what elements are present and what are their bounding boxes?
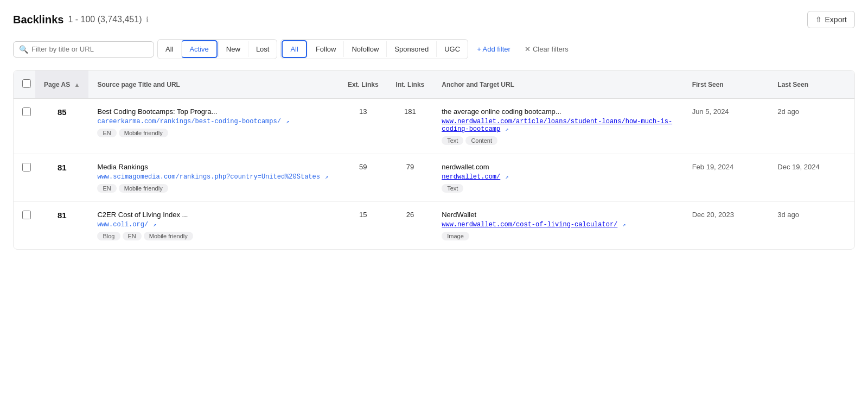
source-tag: Mobile friendly — [119, 129, 168, 137]
row-checkbox-0[interactable] — [22, 107, 31, 116]
backlinks-count: 1 - 100 (3,743,451) — [68, 15, 142, 24]
status-filter-active[interactable]: Active — [181, 40, 217, 58]
row-checkbox-cell[interactable] — [14, 202, 35, 250]
source-url[interactable]: www.scimagomedia.com/rankings.php?countr… — [97, 173, 330, 181]
search-icon: 🔍 — [19, 45, 28, 54]
row-checkbox-cell[interactable] — [14, 99, 35, 154]
table-header-row: Page AS ▲ Source page Title and URL Ext.… — [14, 71, 854, 99]
external-link-icon: ↗ — [623, 222, 626, 228]
int-links-value: 26 — [387, 202, 433, 250]
anchor-tags: TextContent — [442, 136, 674, 145]
export-button[interactable]: ⇧ Export — [807, 11, 855, 28]
export-label: Export — [825, 15, 847, 24]
source-tags: ENMobile friendly — [97, 129, 330, 137]
anchor-text: the average online coding bootcamp... — [442, 107, 674, 116]
source-tag: Mobile friendly — [119, 184, 168, 193]
source-tag: EN — [123, 232, 142, 240]
info-icon: ℹ — [146, 15, 149, 24]
select-all-checkbox[interactable] — [22, 79, 31, 88]
status-filter-new[interactable]: New — [218, 41, 248, 57]
source-title: C2ER Cost of Living Index ... — [97, 211, 330, 219]
ext-links-value: 59 — [339, 154, 387, 202]
status-filter-group: All Active New Lost — [157, 39, 277, 59]
type-filter-sponsored[interactable]: Sponsored — [386, 41, 436, 57]
anchor-tag: Content — [465, 136, 497, 145]
anchor-text: NerdWallet — [442, 211, 674, 219]
source-url-link[interactable]: www.coli.org/ — [97, 221, 148, 228]
anchor-url-link[interactable]: www.nerdwallet.com/cost-of-living-calcul… — [442, 221, 617, 228]
ext-links-value: 15 — [339, 202, 387, 250]
anchor-url-link[interactable]: www.nerdwallet.com/article/loans/student… — [442, 118, 672, 133]
table-row: 85Best Coding Bootcamps: Top Progra...ca… — [14, 99, 854, 154]
anchor-tag: Image — [442, 232, 469, 240]
type-filter-ugc[interactable]: UGC — [436, 41, 468, 57]
external-link-icon: ↗ — [153, 222, 156, 228]
anchor-cell: nerdwallet.comnerdwallet.com/ ↗Text — [433, 154, 683, 202]
backlinks-table: Page AS ▲ Source page Title and URL Ext.… — [13, 70, 855, 250]
source-tag: EN — [97, 129, 116, 137]
external-link-icon: ↗ — [286, 119, 289, 125]
source-url[interactable]: careerkarma.com/rankings/best-coding-boo… — [97, 118, 330, 125]
table-row: 81C2ER Cost of Living Index ...www.coli.… — [14, 202, 854, 250]
search-input[interactable] — [31, 45, 148, 53]
last-seen-value: 3d ago — [769, 202, 854, 250]
close-icon: ✕ — [525, 45, 531, 53]
anchor-tags: Image — [442, 232, 674, 240]
external-link-icon: ↗ — [505, 174, 508, 180]
sort-icon: ▲ — [74, 81, 80, 88]
row-checkbox-cell[interactable] — [14, 154, 35, 202]
anchor-tag: Text — [442, 184, 463, 193]
row-checkbox-1[interactable] — [22, 163, 31, 172]
source-cell: Media Rankingswww.scimagomedia.com/ranki… — [88, 154, 339, 202]
search-wrapper: 🔍 — [13, 41, 154, 58]
anchor-tag: Text — [442, 136, 463, 145]
type-filter-follow[interactable]: Follow — [308, 41, 344, 57]
source-cell: Best Coding Bootcamps: Top Progra...care… — [88, 99, 339, 154]
int-links-value: 181 — [387, 99, 433, 154]
source-tag: EN — [97, 184, 116, 193]
filter-bar: 🔍 All Active New Lost All Follow Nofollo… — [13, 39, 855, 59]
source-title: Media Rankings — [97, 163, 330, 171]
last-seen-value: 2d ago — [769, 99, 854, 154]
anchor-url-link[interactable]: nerdwallet.com/ — [442, 173, 500, 181]
ext-links-value: 13 — [339, 99, 387, 154]
col-header-ext-links: Ext. Links — [339, 71, 387, 99]
anchor-url[interactable]: nerdwallet.com/ ↗ — [442, 173, 674, 181]
source-tags: ENMobile friendly — [97, 184, 330, 193]
source-url[interactable]: www.coli.org/ ↗ — [97, 221, 330, 228]
source-tag: Blog — [97, 232, 120, 240]
source-cell: C2ER Cost of Living Index ...www.coli.or… — [88, 202, 339, 250]
anchor-cell: NerdWalletwww.nerdwallet.com/cost-of-liv… — [433, 202, 683, 250]
source-tag: Mobile friendly — [144, 232, 193, 240]
last-seen-value: Dec 19, 2024 — [769, 154, 854, 202]
first-seen-value: Jun 5, 2024 — [684, 99, 769, 154]
source-url-link[interactable]: www.scimagomedia.com/rankings.php?countr… — [97, 173, 320, 181]
col-header-page-as[interactable]: Page AS ▲ — [35, 71, 88, 99]
type-filter-nofollow[interactable]: Nofollow — [343, 41, 386, 57]
row-checkbox-2[interactable] — [22, 211, 31, 219]
add-filter-button[interactable]: + Add filter — [471, 41, 516, 57]
anchor-text: nerdwallet.com — [442, 163, 674, 171]
col-header-int-links: Int. Links — [387, 71, 433, 99]
page-title: Backlinks — [13, 14, 63, 26]
anchor-tags: Text — [442, 184, 674, 193]
external-link-icon: ↗ — [325, 174, 328, 180]
anchor-url[interactable]: www.nerdwallet.com/article/loans/student… — [442, 118, 674, 133]
type-filter-all[interactable]: All — [282, 40, 307, 58]
source-url-link[interactable]: careerkarma.com/rankings/best-coding-boo… — [97, 118, 280, 125]
clear-filters-button[interactable]: ✕ Clear filters — [519, 41, 574, 57]
first-seen-value: Feb 19, 2024 — [684, 154, 769, 202]
col-header-source: Source page Title and URL — [88, 71, 339, 99]
source-title: Best Coding Bootcamps: Top Progra... — [97, 107, 330, 116]
status-filter-all[interactable]: All — [158, 41, 181, 57]
col-header-first-seen: First Seen — [684, 71, 769, 99]
status-filter-lost[interactable]: Lost — [248, 41, 277, 57]
clear-filters-label: Clear filters — [533, 45, 569, 53]
col-header-anchor: Anchor and Target URL — [433, 71, 683, 99]
page-as-value: 85 — [35, 99, 88, 154]
table-row: 81Media Rankingswww.scimagomedia.com/ran… — [14, 154, 854, 202]
anchor-url[interactable]: www.nerdwallet.com/cost-of-living-calcul… — [442, 221, 674, 228]
select-all-header[interactable] — [14, 71, 35, 99]
page-as-value: 81 — [35, 202, 88, 250]
first-seen-value: Dec 20, 2023 — [684, 202, 769, 250]
